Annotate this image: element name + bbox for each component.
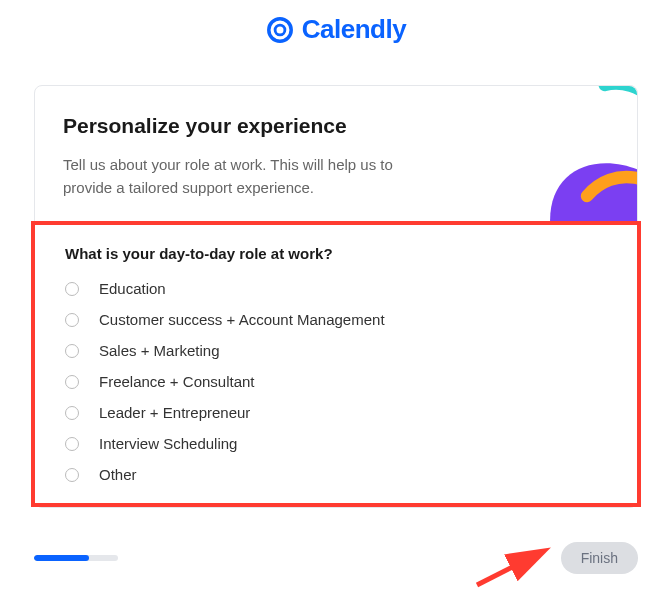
radio-icon[interactable] bbox=[65, 313, 79, 327]
option-label: Other bbox=[99, 466, 137, 483]
option-label: Leader + Entrepreneur bbox=[99, 404, 250, 421]
role-question: What is your day-to-day role at work? bbox=[65, 245, 607, 262]
radio-icon[interactable] bbox=[65, 437, 79, 451]
radio-icon[interactable] bbox=[65, 375, 79, 389]
brand-name: Calendly bbox=[302, 14, 406, 45]
footer-bar: Finish bbox=[34, 542, 638, 574]
svg-point-0 bbox=[269, 18, 291, 40]
role-options: Education Customer success + Account Man… bbox=[65, 280, 607, 483]
option-interview-scheduling[interactable]: Interview Scheduling bbox=[65, 435, 607, 452]
finish-button[interactable]: Finish bbox=[561, 542, 638, 574]
brand-header: Calendly bbox=[0, 0, 672, 55]
option-education[interactable]: Education bbox=[65, 280, 607, 297]
calendly-logo-icon bbox=[266, 16, 294, 44]
radio-icon[interactable] bbox=[65, 406, 79, 420]
option-label: Sales + Marketing bbox=[99, 342, 219, 359]
decorative-blob-icon bbox=[497, 86, 637, 221]
option-label: Freelance + Consultant bbox=[99, 373, 255, 390]
option-label: Interview Scheduling bbox=[99, 435, 237, 452]
option-freelance-consultant[interactable]: Freelance + Consultant bbox=[65, 373, 607, 390]
progress-fill bbox=[34, 555, 89, 561]
radio-icon[interactable] bbox=[65, 468, 79, 482]
progress-bar bbox=[34, 555, 118, 561]
card-subtitle: Tell us about your role at work. This wi… bbox=[63, 154, 423, 199]
option-label: Education bbox=[99, 280, 166, 297]
card-title: Personalize your experience bbox=[63, 114, 609, 138]
option-leader-entrepreneur[interactable]: Leader + Entrepreneur bbox=[65, 404, 607, 421]
option-sales-marketing[interactable]: Sales + Marketing bbox=[65, 342, 607, 359]
onboarding-card: Personalize your experience Tell us abou… bbox=[34, 85, 638, 508]
highlighted-question-box: What is your day-to-day role at work? Ed… bbox=[31, 221, 641, 507]
option-other[interactable]: Other bbox=[65, 466, 607, 483]
option-label: Customer success + Account Management bbox=[99, 311, 385, 328]
radio-icon[interactable] bbox=[65, 282, 79, 296]
radio-icon[interactable] bbox=[65, 344, 79, 358]
option-customer-success[interactable]: Customer success + Account Management bbox=[65, 311, 607, 328]
svg-point-1 bbox=[275, 25, 285, 35]
card-header: Personalize your experience Tell us abou… bbox=[35, 86, 637, 221]
